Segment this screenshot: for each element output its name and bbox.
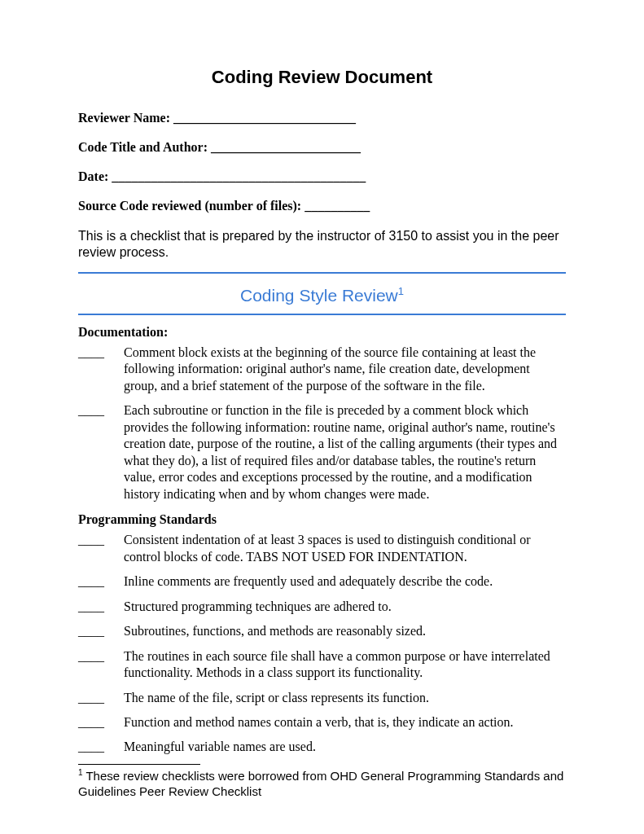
checklist-item: ____ Consistent indentation of at least … [78,532,566,565]
section-heading-text: Coding Style Review [240,286,398,305]
check-text: Function and method names contain a verb… [111,714,566,731]
check-text: Structured programming techniques are ad… [111,599,566,615]
programming-standards-heading: Programming Standards [78,512,566,527]
check-blank: ____ [78,714,111,731]
check-text: Inline comments are frequently used and … [111,573,566,590]
checklist-item: ____ Meaningful variable names are used. [78,739,566,755]
check-blank: ____ [78,532,111,548]
intro-paragraph: This is a checklist that is prepared by … [78,228,566,261]
documentation-heading: Documentation: [78,325,566,340]
page-title: Coding Review Document [78,67,566,88]
document-page: Coding Review Document Reviewer Name: __… [0,0,644,834]
checklist-item: ____ Subroutines, functions, and methods… [78,623,566,639]
checklist-item: ____ Inline comments are frequently used… [78,573,566,590]
divider-bottom [78,314,566,315]
checklist-item: ____ Structured programming techniques a… [78,599,566,615]
check-text: The routines in each source file shall h… [111,648,566,682]
footnote-text: These review checklists were borrowed fr… [78,769,563,798]
check-blank: ____ [78,402,111,419]
check-blank: ____ [78,690,111,706]
check-blank: ____ [78,599,111,615]
check-text: Comment block exists at the beginning of… [111,345,566,394]
check-text: Each subroutine or function in the file … [111,402,566,503]
section-heading-sup: 1 [398,285,404,297]
section-heading: Coding Style Review1 [78,274,566,314]
check-text: The name of the file, script or class re… [111,690,566,706]
check-text: Meaningful variable names are used. [111,739,566,755]
checklist-item: ____ Comment block exists at the beginni… [78,345,566,394]
code-title-author-field: Code Title and Author: _________________… [78,140,566,155]
checklist-item: ____ The name of the file, script or cla… [78,690,566,706]
check-blank: ____ [78,573,111,590]
check-text: Consistent indentation of at least 3 spa… [111,532,566,565]
check-blank: ____ [78,623,111,639]
checklist-item: ____ The routines in each source file sh… [78,648,566,682]
check-text: Subroutines, functions, and methods are … [111,623,566,639]
source-code-reviewed-field: Source Code reviewed (number of files): … [78,199,566,213]
check-blank: ____ [78,648,111,665]
footnote-rule [78,764,200,765]
footnote: 1 These review checklists were borrowed … [78,768,566,800]
checklist-item: ____ Function and method names contain a… [78,714,566,731]
date-field: Date: __________________________________… [78,169,566,184]
checklist-item: ____ Each subroutine or function in the … [78,402,566,503]
check-blank: ____ [78,739,111,755]
reviewer-name-field: Reviewer Name: _________________________… [78,111,566,125]
check-blank: ____ [78,345,111,361]
